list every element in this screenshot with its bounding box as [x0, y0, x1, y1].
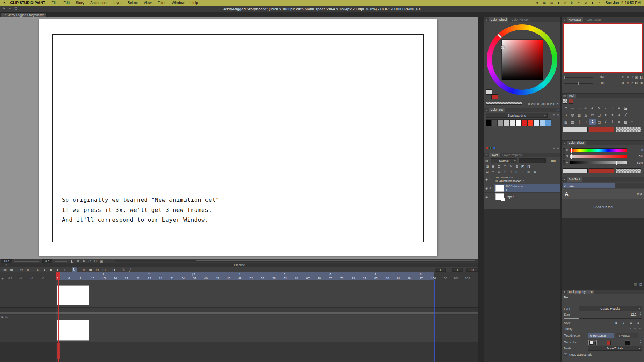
cmyk-tab[interactable]	[563, 160, 565, 165]
slider-bar[interactable]	[570, 161, 627, 164]
reset-view-icon[interactable]: ↩	[88, 259, 91, 263]
register-material-icon[interactable]: ▥	[527, 170, 531, 173]
delete-layer-icon[interactable]: ⊠	[533, 170, 537, 173]
layer-row-cel-1[interactable]: ◉ ✎ 100 % Normal 1	[484, 184, 560, 193]
color-swatch[interactable]	[486, 119, 492, 126]
canvas-viewport[interactable]: So originally we learned "New animation …	[0, 17, 478, 259]
eye-icon[interactable]: ◉	[485, 195, 488, 199]
size-value[interactable]: 12.0	[630, 313, 636, 316]
bluetooth-icon[interactable]: ƀ	[571, 1, 573, 5]
pattern-tool-icon[interactable]: ▩	[622, 119, 629, 125]
rotation-slider[interactable]	[55, 261, 67, 262]
slider-marker[interactable]	[616, 161, 617, 165]
zoom-out-icon[interactable]: ⊖	[19, 267, 24, 272]
zoom-slider[interactable]	[14, 261, 39, 262]
operation-tool-icon[interactable]: ▻	[576, 105, 583, 111]
new-folder-icon[interactable]: ▤	[497, 170, 501, 173]
collapse-panel-icon[interactable]: ◫	[634, 283, 637, 286]
figure-tool-icon[interactable]: △	[583, 112, 589, 118]
skip-to-start-icon[interactable]: «	[36, 267, 40, 272]
strikeout-button[interactable]: S	[636, 320, 641, 324]
flip-h-icon[interactable]: ◧	[635, 81, 638, 85]
add-swatch-icon[interactable]: ⊞	[553, 146, 555, 149]
headphones-icon[interactable]: ∩	[564, 1, 566, 5]
layer-color-icon[interactable]: ◩	[521, 165, 525, 168]
saturation-value-square[interactable]	[501, 39, 543, 80]
menu-item[interactable]: Layer	[113, 1, 122, 5]
text-color-sub-chip[interactable]	[607, 341, 611, 345]
frame-border-tool-icon[interactable]: ▭	[589, 112, 596, 118]
menu-item[interactable]: View	[144, 1, 152, 5]
line-tool-icon[interactable]: ╱	[622, 112, 629, 118]
cel-track[interactable]	[0, 308, 478, 315]
sub-tool-group-text[interactable]: A Text	[563, 183, 615, 188]
sub-tool-item-text[interactable]: A Text	[562, 189, 644, 199]
main-color-chip[interactable]	[486, 89, 492, 95]
pen-tool-icon[interactable]: ✒	[589, 105, 596, 111]
keyboard-icon[interactable]: ◈	[536, 1, 538, 5]
secondary-color-chip[interactable]	[569, 99, 573, 104]
playback-start-box[interactable]: 1	[452, 268, 463, 272]
sub-color-chip[interactable]	[491, 94, 498, 99]
slider-handle[interactable]	[578, 82, 579, 85]
zoom-out-icon[interactable]: ⊖	[622, 75, 624, 79]
canvas-page[interactable]: So originally we learned "New animation …	[39, 19, 437, 256]
eraser-tool-icon[interactable]: ◪	[622, 105, 629, 111]
lock-ruler-icon[interactable]: ⊠	[515, 165, 519, 168]
previous-frame-icon[interactable]: ◂	[42, 267, 47, 272]
color-set-preset-select[interactable]: Storyboarding ▼	[486, 113, 548, 118]
frame-ruler[interactable]: 12345678 1471013161922252831343740434649…	[0, 272, 478, 280]
actual-size-icon[interactable]: ▣	[635, 75, 638, 79]
zoom-in-icon[interactable]: ⊕	[26, 267, 30, 272]
timeline-menu-icon[interactable]: ▤	[3, 267, 7, 272]
slider-bar[interactable]	[570, 148, 627, 152]
gradient-tool-icon[interactable]: ▥	[576, 112, 583, 118]
new-vector-layer-icon[interactable]: +	[491, 170, 495, 173]
delete-cel-icon[interactable]: ⊟	[95, 267, 100, 272]
rgb-tab[interactable]	[563, 154, 565, 159]
color-swatch[interactable]	[504, 119, 509, 126]
tab-layer[interactable]: Layer	[489, 153, 500, 157]
clip-to-layer-below-icon[interactable]: ◪	[485, 165, 489, 168]
font-select[interactable]: Gaegu Regular ▼	[579, 306, 642, 311]
balloon-tool-icon[interactable]: ◖	[616, 112, 622, 118]
menu-item[interactable]: Story	[75, 1, 84, 5]
text-color-picked-chip[interactable]	[625, 340, 630, 345]
mini-color-chip[interactable]	[489, 147, 492, 149]
timelapse-tool-icon[interactable]: ◔	[583, 119, 589, 125]
slider-marker[interactable]	[571, 148, 572, 153]
horizontal-scrollbar[interactable]	[115, 260, 476, 262]
rotate-cw-icon[interactable]: ↻	[82, 259, 85, 263]
flow-line-tool-icon[interactable]: ‖	[609, 119, 616, 125]
merge-down-icon[interactable]: ⇓	[509, 170, 513, 173]
enable-light-table-icon[interactable]: ◨	[111, 267, 116, 272]
color-swatch[interactable]	[498, 119, 504, 126]
rotate-cw-icon[interactable]: ↻	[626, 81, 629, 85]
color-swatch[interactable]	[545, 119, 551, 126]
graph-editor-icon[interactable]: ╱	[128, 267, 132, 272]
search-icon[interactable]: ⊙	[584, 1, 587, 5]
tab-sub-tool[interactable]: Sub Tool	[567, 177, 582, 182]
transparent-color-bar[interactable]	[616, 127, 641, 132]
remove-swatch-icon[interactable]: ⊟	[557, 146, 559, 149]
size-slider[interactable]	[564, 318, 642, 319]
panel-divider[interactable]	[478, 17, 484, 362]
next-frame-icon[interactable]: ▸	[56, 267, 60, 272]
edit-timeline-icon[interactable]: ✎	[121, 267, 126, 272]
eyedropper-tool-icon[interactable]: ✑	[583, 105, 589, 111]
color-swatch[interactable]	[539, 119, 545, 126]
navigator-view-rect[interactable]	[563, 23, 643, 73]
direction-vertical-button[interactable]: A Vertical	[616, 333, 638, 338]
blend-mode-select[interactable]: Normal ▼	[491, 158, 517, 163]
justify-center-button[interactable]: ≡	[634, 327, 636, 330]
expand-arrow-icon[interactable]: ▾	[490, 178, 492, 181]
scrollbar-thumb[interactable]	[196, 260, 475, 261]
tab-tool[interactable]: Tool	[567, 94, 576, 98]
blend-tool-icon[interactable]: ◑	[563, 112, 569, 118]
ruler-eye-icon[interactable]: ◉	[1, 277, 4, 280]
close-tab-icon[interactable]: ✕	[4, 13, 7, 16]
layer-row-animation-folder[interactable]: ◉ ▾ 100 % Normal ▤ Animation folder : 1	[484, 175, 560, 184]
fill-tool-icon[interactable]: ◍	[569, 112, 576, 118]
sv-cursor[interactable]	[501, 46, 504, 49]
window-tiles-icon[interactable]: ⊞	[543, 1, 546, 5]
